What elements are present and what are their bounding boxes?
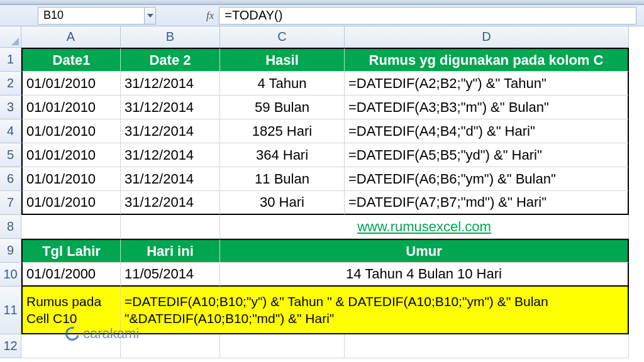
table-row: 01/01/2010 31/12/2014 59 Bulan =DATEDIF(… — [21, 96, 629, 119]
table-row: 01/01/2010 31/12/2014 1825 Hari =DATEDIF… — [21, 119, 629, 143]
cell-B3[interactable]: 31/12/2014 — [121, 96, 220, 119]
cell-C3[interactable]: 59 Bulan — [220, 96, 345, 119]
cell-A11[interactable]: Rumus pada Cell C10 — [21, 287, 121, 334]
name-box[interactable]: B10 — [38, 7, 145, 25]
cell-A4[interactable]: 01/01/2010 — [21, 119, 121, 143]
row-header-7[interactable]: 7 — [0, 191, 21, 215]
cell-B7[interactable]: 31/12/2014 — [121, 191, 220, 215]
col-header-D[interactable]: D — [345, 26, 629, 48]
cell-B10[interactable]: 11/05/2014 — [121, 263, 220, 287]
col-header-A[interactable]: A — [21, 26, 121, 48]
cell-C8D8-link[interactable]: www.rumusexcel.com — [220, 215, 629, 239]
cell-C4[interactable]: 1825 Hari — [220, 119, 345, 143]
row-header-2[interactable]: 2 — [0, 72, 21, 96]
cell-A5[interactable]: 01/01/2010 — [21, 143, 121, 167]
row-header-12[interactable]: 12 — [0, 334, 21, 358]
cell-C5[interactable]: 364 Hari — [220, 143, 345, 167]
cell-D6[interactable]: =DATEDIF(A6;B6;"ym") &" Bulan" — [345, 167, 629, 191]
cell-B6[interactable]: 31/12/2014 — [121, 167, 220, 191]
row-header-8[interactable]: 8 — [0, 215, 21, 239]
row-headers: 1 2 3 4 5 6 7 8 9 10 11 12 — [0, 48, 21, 358]
row-header-3[interactable]: 3 — [0, 96, 21, 119]
cell-A1[interactable]: Date1 — [21, 48, 121, 72]
ribbon-edge — [0, 0, 644, 5]
column-headers: A B C D — [21, 26, 629, 48]
chevron-down-icon — [147, 14, 153, 18]
cell-C9D9[interactable]: Umur — [220, 239, 629, 263]
cell-B8[interactable] — [121, 215, 220, 239]
name-box-dropdown[interactable] — [145, 7, 156, 25]
table-row: Rumus pada Cell C10 =DATEDIF(A10;B10;"y"… — [21, 287, 629, 334]
row-header-6[interactable]: 6 — [0, 167, 21, 191]
col-header-B[interactable]: B — [121, 26, 220, 48]
name-box-value: B10 — [43, 9, 64, 22]
cell-D5[interactable]: =DATEDIF(A5;B5;"yd") &" Hari" — [345, 143, 629, 167]
cell-B4[interactable]: 31/12/2014 — [121, 119, 220, 143]
cell-A8[interactable] — [21, 215, 121, 239]
cell-A3[interactable]: 01/01/2010 — [21, 96, 121, 119]
cell-D7[interactable]: =DATEDIF(A7;B7;"md") &" Hari" — [345, 191, 629, 215]
table-row: Tgl Lahir Hari ini Umur — [21, 239, 629, 263]
row-header-5[interactable]: 5 — [0, 143, 21, 167]
cell-D1[interactable]: Rumus yg digunakan pada kolom C — [345, 48, 629, 72]
cell-B11D11[interactable]: =DATEDIF(A10;B10;"y") &" Tahun " & DATED… — [121, 287, 629, 334]
cell-B9[interactable]: Hari ini — [121, 239, 220, 263]
cell-B1[interactable]: Date 2 — [121, 48, 220, 72]
formula-bar-value: =TODAY() — [225, 8, 282, 23]
table-row: 01/01/2010 31/12/2014 30 Hari =DATEDIF(A… — [21, 191, 629, 215]
row-header-4[interactable]: 4 — [0, 119, 21, 143]
formula-bar-row: B10 fx =TODAY() — [0, 5, 644, 26]
cell-D4[interactable]: =DATEDIF(A4;B4;"d") &" Hari" — [345, 119, 629, 143]
cell-A6[interactable]: 01/01/2010 — [21, 167, 121, 191]
cell-B12[interactable] — [121, 334, 220, 358]
row-header-9[interactable]: 9 — [0, 239, 21, 263]
select-all-corner[interactable] — [0, 26, 21, 48]
table-row: 01/01/2000 11/05/2014 14 Tahun 4 Bulan 1… — [21, 263, 629, 287]
cell-B5[interactable]: 31/12/2014 — [121, 143, 220, 167]
row-header-10[interactable]: 10 — [0, 263, 21, 287]
cell-C2[interactable]: 4 Tahun — [220, 72, 345, 96]
table-row — [21, 334, 629, 358]
cell-A10[interactable]: 01/01/2000 — [21, 263, 121, 287]
cell-A7[interactable]: 01/01/2010 — [21, 191, 121, 215]
cell-C12[interactable] — [220, 334, 345, 358]
cell-B2[interactable]: 31/12/2014 — [121, 72, 220, 96]
cell-A12[interactable] — [21, 334, 121, 358]
fx-icon[interactable]: fx — [206, 9, 214, 22]
table-row: www.rumusexcel.com — [21, 215, 629, 239]
cell-A9[interactable]: Tgl Lahir — [21, 239, 121, 263]
row-header-1[interactable]: 1 — [0, 48, 21, 72]
cell-D12[interactable] — [345, 334, 629, 358]
cell-grid: Date1 Date 2 Hasil Rumus yg digunakan pa… — [21, 48, 629, 358]
table-row: Date1 Date 2 Hasil Rumus yg digunakan pa… — [21, 48, 629, 72]
cell-C1[interactable]: Hasil — [220, 48, 345, 72]
cell-D2[interactable]: =DATEDIF(A2;B2;"y") &" Tahun" — [345, 72, 629, 96]
cell-D3[interactable]: =DATEDIF(A3;B3;"m") &" Bulan" — [345, 96, 629, 119]
col-header-C[interactable]: C — [220, 26, 345, 48]
table-row: 01/01/2010 31/12/2014 4 Tahun =DATEDIF(A… — [21, 72, 629, 96]
formula-bar[interactable]: =TODAY() — [219, 7, 636, 25]
cell-C10D10[interactable]: 14 Tahun 4 Bulan 10 Hari — [220, 263, 629, 287]
cell-C7[interactable]: 30 Hari — [220, 191, 345, 215]
cell-A2[interactable]: 01/01/2010 — [21, 72, 121, 96]
table-row: 01/01/2010 31/12/2014 364 Hari =DATEDIF(… — [21, 143, 629, 167]
table-row: 01/01/2010 31/12/2014 11 Bulan =DATEDIF(… — [21, 167, 629, 191]
cell-C6[interactable]: 11 Bulan — [220, 167, 345, 191]
row-header-11[interactable]: 11 — [0, 287, 21, 334]
